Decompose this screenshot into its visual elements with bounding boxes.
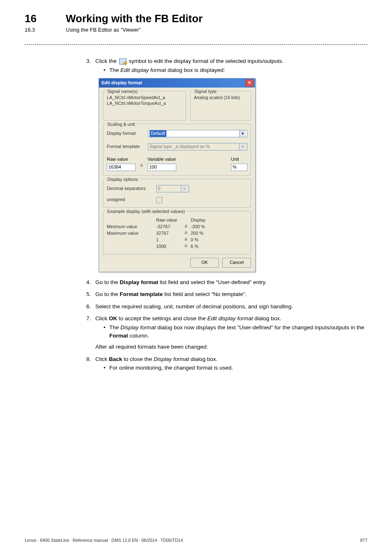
- step8-post-a: to close the: [122, 356, 154, 362]
- signal-names-legend: Signal name(s): [106, 88, 139, 95]
- step-number: 4.: [86, 278, 95, 287]
- equals-symbol: ≙: [181, 230, 191, 237]
- edit-display-format-icon: [119, 58, 127, 65]
- signal-type-legend: Signal type: [193, 88, 218, 95]
- example-row-display: 6 %: [191, 243, 215, 250]
- divider: [25, 44, 367, 45]
- step-number: 8.: [86, 355, 95, 363]
- example-row-label: Maximum value: [107, 230, 156, 237]
- signal-name-0: LA_NCtrl.nMotorSpeedAct_a: [107, 95, 182, 100]
- step4-bold: Display format: [120, 279, 158, 285]
- raw-value-input[interactable]: 16384: [107, 164, 136, 171]
- page-number: 877: [360, 538, 367, 543]
- variable-value-label: Variable value: [148, 156, 176, 163]
- example-display-legend: Example display (with selected values): [106, 208, 186, 215]
- step-number: 5.: [86, 290, 95, 298]
- chevron-down-icon: ▼: [181, 185, 187, 192]
- step5-post: list field and select "No template".: [163, 291, 247, 297]
- bullet-dot: •: [104, 324, 109, 332]
- step3-bullet-post: dialog box is displayed:: [166, 67, 225, 73]
- step7-bullet-a: The: [109, 324, 120, 331]
- example-row-display: 200 %: [191, 230, 215, 237]
- step5-bold: Format template: [120, 291, 163, 297]
- step-number: 3.: [86, 57, 95, 65]
- step4-post: list field and select the "User-defined"…: [158, 279, 267, 285]
- step8-post-b: dialog box.: [189, 356, 217, 362]
- step6-text: Select the required scaling, unit, numbe…: [95, 303, 367, 311]
- display-format-combo[interactable]: Default ▼: [148, 130, 247, 137]
- step3-bullet-pre: The: [109, 67, 120, 73]
- after-step7-note: After all required formats have been cha…: [95, 343, 367, 351]
- chapter-title: Working with the FB Editor: [66, 12, 203, 25]
- chapter-number: 16: [25, 12, 49, 25]
- example-row-raw: 32767: [156, 230, 181, 237]
- close-button[interactable]: ×: [245, 79, 254, 87]
- step7-bullet-italic: Display format: [120, 324, 156, 331]
- format-template-label: Format template: [107, 143, 148, 150]
- edit-display-format-dialog: Edit display format × Signal name(s) LA_…: [99, 78, 256, 272]
- section-number: 16.3: [25, 27, 49, 33]
- step7-italic: Edit display format: [207, 315, 253, 321]
- step7-post-a: to accept the settings and close the: [117, 315, 207, 321]
- unit-input[interactable]: %: [231, 164, 247, 171]
- cancel-button[interactable]: Cancel: [222, 258, 251, 268]
- step5-pre: Go to the: [95, 291, 120, 297]
- step7-bullet-b: dialog box now displays the text "User-d…: [156, 324, 364, 331]
- step-number: 6.: [86, 303, 95, 311]
- unit-label: Unit: [231, 156, 247, 163]
- step8-pre: Click: [95, 356, 109, 362]
- variable-value-input[interactable]: 100: [148, 164, 176, 171]
- display-format-label: Display format: [107, 130, 148, 137]
- example-row-raw: 1000: [156, 243, 181, 250]
- step3-text-after: symbol to edit the display format of the…: [129, 58, 284, 64]
- step4-pre: Go to the: [95, 279, 120, 285]
- step8-bold: Back: [109, 356, 122, 362]
- scaling-unit-legend: Scaling & unit: [106, 121, 136, 128]
- decimal-separators-label: Decimal separators: [107, 185, 156, 192]
- example-row-raw: -32767: [156, 224, 181, 230]
- unsigned-label: unsigned: [107, 197, 156, 203]
- step8-bullet: For online monitoring, the changed forma…: [109, 364, 233, 372]
- example-row-raw: 1: [156, 237, 181, 243]
- signal-type-value: Analog scaled (16 bits): [194, 95, 247, 100]
- section-title: Using the FB Editor as "Viewer": [66, 27, 141, 33]
- chevron-down-icon: ▼: [239, 143, 246, 150]
- dialog-title: Edit display format: [101, 80, 142, 86]
- example-row-label: [107, 243, 156, 250]
- display-format-selected: Default: [150, 130, 166, 137]
- example-header-display: Display: [191, 217, 215, 224]
- step8-italic: Display format: [154, 356, 189, 362]
- bullet-dot: •: [104, 364, 109, 372]
- equals-symbol: ≙: [181, 224, 191, 230]
- format-template-value: Signal type _a displayed as %: [150, 143, 210, 150]
- step7-post-b: dialog box.: [253, 315, 281, 321]
- example-row-label: Minimum value: [107, 224, 156, 230]
- decimal-separators-combo[interactable]: 0 ▼: [156, 185, 189, 192]
- unsigned-checkbox[interactable]: [156, 197, 162, 203]
- chevron-down-icon: ▼: [239, 130, 246, 137]
- step7-bullet-bold: Format: [109, 333, 128, 339]
- step7-bold: OK: [109, 315, 117, 321]
- raw-value-label: Raw value: [107, 156, 136, 163]
- step3-bullet-italic: Edit display format: [120, 67, 166, 73]
- equals-symbol: ≙: [138, 163, 145, 169]
- step3-text-before: Click the: [95, 58, 118, 64]
- step7-bullet-c: column.: [128, 333, 149, 339]
- equals-symbol: ≙: [181, 243, 191, 250]
- format-template-combo[interactable]: Signal type _a displayed as % ▼: [148, 143, 247, 150]
- decimal-separators-value: 0: [158, 185, 160, 192]
- example-row-label: [107, 237, 156, 243]
- example-row-display: 0 %: [191, 237, 215, 243]
- display-options-legend: Display options: [106, 176, 139, 183]
- example-row-display: -200 %: [191, 224, 215, 230]
- step7-pre: Click: [95, 315, 109, 321]
- ok-button[interactable]: OK: [190, 258, 219, 268]
- step-number: 7.: [86, 314, 95, 323]
- equals-symbol: ≙: [181, 237, 191, 243]
- example-header-raw: Raw value: [156, 217, 181, 224]
- bullet-dot: •: [104, 66, 109, 74]
- footer-left: Lenze · 8400 StateLine · Reference manua…: [25, 538, 183, 543]
- signal-name-1: LA_NCtrl.nMotorTorqueAct_a: [107, 100, 182, 106]
